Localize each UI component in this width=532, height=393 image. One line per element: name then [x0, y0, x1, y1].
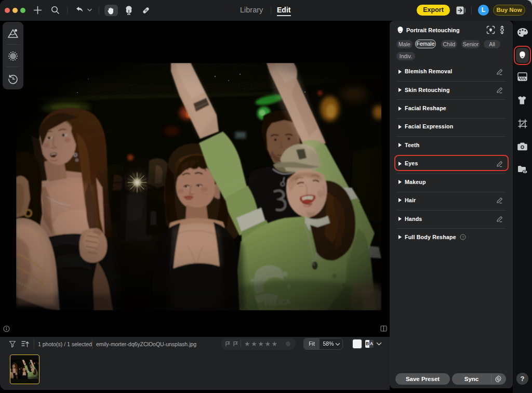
svg-text:?: ? [462, 235, 464, 240]
